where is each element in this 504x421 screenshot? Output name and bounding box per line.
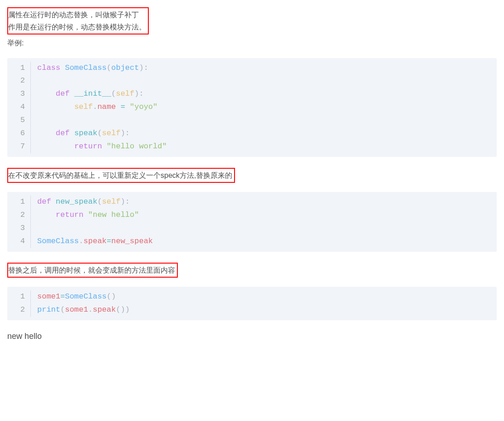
intro-highlight: 属性在运行时的动态替换，叫做猴子补丁 作用是在运行的时候，动态替换模块方法。	[7, 7, 149, 34]
output-text: new hello	[7, 329, 497, 343]
code-content: class SomeClass(object):	[31, 62, 148, 75]
line-number: 6	[7, 127, 31, 140]
code-line: 6 def speak(self):	[7, 127, 497, 140]
after-text: 替换之后，调用的时候，就会变成新的方法里面内容	[8, 264, 175, 276]
after-highlight: 替换之后，调用的时候，就会变成新的方法里面内容	[7, 263, 178, 278]
line-number: 7	[7, 140, 31, 153]
line-number: 4	[7, 101, 31, 114]
code-content: return "new hello"	[31, 209, 139, 222]
code-block-1: 1class SomeClass(object):2 3 def __init_…	[7, 58, 497, 157]
code-line: 3	[7, 222, 497, 235]
code-line: 3 def __init__(self):	[7, 88, 497, 101]
code-line: 4SomeClass.speak=new_speak	[7, 235, 497, 248]
line-number: 1	[7, 290, 31, 304]
line-number: 1	[7, 62, 31, 75]
code-line: 2	[7, 74, 497, 88]
intro-line-1: 属性在运行时的动态替换，叫做猴子补丁	[8, 9, 146, 21]
code-line: 2print(some1.speak())	[7, 304, 497, 317]
code-content: return "hello world"	[31, 140, 167, 153]
line-number: 2	[7, 304, 31, 317]
code-line: 1def new_speak(self):	[7, 196, 497, 209]
code-block-2: 1def new_speak(self):2 return "new hello…	[7, 192, 497, 252]
intro-line-2: 作用是在运行的时候，动态替换模块方法。	[8, 21, 146, 33]
code-block-3: 1some1=SomeClass()2print(some1.speak())	[7, 287, 497, 320]
line-number: 5	[7, 114, 31, 127]
code-content: def __init__(self):	[31, 88, 144, 101]
line-number: 4	[7, 235, 31, 248]
code-line: 1class SomeClass(object):	[7, 62, 497, 75]
code-line: 2 return "new hello"	[7, 209, 497, 222]
mid-text: 在不改变原来代码的基础上，可以重新定义一个speck方法,替换原来的	[8, 169, 232, 181]
code-content: print(some1.speak())	[31, 304, 130, 317]
code-content	[31, 114, 42, 127]
line-number: 1	[7, 196, 31, 209]
example-label: 举例:	[7, 36, 497, 49]
code-content: self.name = "yoyo"	[31, 101, 157, 114]
code-content: SomeClass.speak=new_speak	[31, 235, 153, 248]
code-line: 7 return "hello world"	[7, 140, 497, 153]
line-number: 2	[7, 74, 31, 88]
code-line: 1some1=SomeClass()	[7, 290, 497, 304]
code-line: 4 self.name = "yoyo"	[7, 101, 497, 114]
code-line: 5	[7, 114, 497, 127]
line-number: 3	[7, 222, 31, 235]
code-content: def new_speak(self):	[31, 196, 130, 209]
code-content: def speak(self):	[31, 127, 130, 140]
code-content	[31, 74, 42, 88]
code-content: some1=SomeClass()	[31, 290, 116, 304]
line-number: 3	[7, 88, 31, 101]
line-number: 2	[7, 209, 31, 222]
code-content	[31, 222, 42, 235]
mid-highlight: 在不改变原来代码的基础上，可以重新定义一个speck方法,替换原来的	[7, 168, 235, 183]
